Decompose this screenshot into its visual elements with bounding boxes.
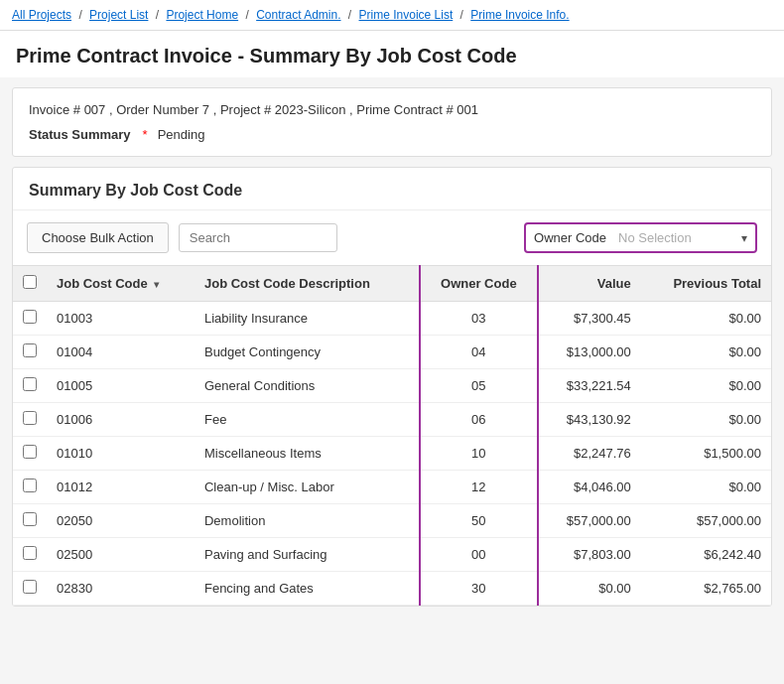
table-wrapper: Job Cost Code ▾ Job Cost Code Descriptio… [13,265,771,606]
table-row: 01005 General Conditions 05 $33,221.54 $… [13,369,771,403]
cell-description: Fencing and Gates [195,572,420,606]
table-row: 02500 Paving and Surfacing 00 $7,803.00 … [13,538,771,572]
cell-value: $4,046.00 [538,471,641,504]
cell-job-cost-code: 01005 [47,369,195,403]
col-header-value: Value [538,266,641,302]
cell-job-cost-code: 01004 [47,336,195,369]
cell-job-cost-code: 02050 [47,504,195,538]
cell-previous-total: $0.00 [641,471,771,504]
row-checkbox-cell[interactable] [13,437,47,471]
cell-owner-code: 05 [420,369,538,403]
cell-owner-code: 12 [420,471,538,504]
table-row: 01006 Fee 06 $43,130.92 $0.00 [13,403,771,437]
cell-description: Paving and Surfacing [195,538,420,572]
owner-code-filter-label: Owner Code [534,230,606,245]
invoice-info: Invoice # 007 , Order Number 7 , Project… [29,102,755,117]
cell-job-cost-code: 01006 [47,403,195,437]
breadcrumb-project-home[interactable]: Project Home [166,8,238,22]
cell-value: $7,300.45 [538,302,641,336]
col-header-job-cost-code: Job Cost Code ▾ [47,266,195,302]
table-row: 01012 Clean-up / Misc. Labor 12 $4,046.0… [13,471,771,504]
cell-description: Fee [195,403,420,437]
row-checkbox[interactable] [23,411,37,425]
row-checkbox-cell[interactable] [13,538,47,572]
cell-previous-total: $57,000.00 [641,504,771,538]
row-checkbox[interactable] [23,377,37,391]
row-checkbox[interactable] [23,479,37,492]
row-checkbox-cell[interactable] [13,572,47,606]
col-header-previous-total: Previous Total [641,266,771,302]
cell-previous-total: $0.00 [641,403,771,437]
col-header-owner-code: Owner Code [420,266,538,302]
col-header-description: Job Cost Code Description [195,266,420,302]
info-panel: Invoice # 007 , Order Number 7 , Project… [12,87,772,157]
job-cost-table: Job Cost Code ▾ Job Cost Code Descriptio… [13,265,771,606]
select-all-checkbox[interactable] [23,275,37,289]
breadcrumb-prime-invoice-info[interactable]: Prime Invoice Info. [470,8,569,22]
owner-code-filter: Owner Code No Selection ▾ [524,222,757,253]
cell-owner-code: 50 [420,504,538,538]
cell-job-cost-code: 01012 [47,471,195,504]
cell-owner-code: 03 [420,302,538,336]
cell-value: $43,130.92 [538,403,641,437]
required-star: * [143,127,148,142]
cell-value: $7,803.00 [538,538,641,572]
breadcrumb-prime-invoice-list[interactable]: Prime Invoice List [359,8,454,22]
row-checkbox-cell[interactable] [13,403,47,437]
cell-value: $0.00 [538,572,641,606]
row-checkbox-cell[interactable] [13,336,47,369]
cell-description: General Conditions [195,369,420,403]
cell-description: Budget Contingency [195,336,420,369]
row-checkbox-cell[interactable] [13,369,47,403]
cell-previous-total: $0.00 [641,369,771,403]
row-checkbox-cell[interactable] [13,471,47,504]
status-label: Status Summary [29,127,131,142]
breadcrumb: All Projects / Project List / Project Ho… [0,0,784,31]
panel-header: Summary By Job Cost Code [13,168,771,210]
cell-job-cost-code: 01010 [47,437,195,471]
cell-value: $33,221.54 [538,369,641,403]
cell-owner-code: 30 [420,572,538,606]
cell-description: Clean-up / Misc. Labor [195,471,420,504]
breadcrumb-all-projects[interactable]: All Projects [12,8,71,22]
breadcrumb-contract-admin[interactable]: Contract Admin. [256,8,340,22]
row-checkbox-cell[interactable] [13,302,47,336]
chevron-down-icon: ▾ [741,231,747,245]
cell-previous-total: $1,500.00 [641,437,771,471]
breadcrumb-project-list[interactable]: Project List [89,8,148,22]
main-panel: Summary By Job Cost Code Choose Bulk Act… [12,167,772,607]
cell-owner-code: 10 [420,437,538,471]
cell-previous-total: $2,765.00 [641,572,771,606]
row-checkbox[interactable] [23,546,37,560]
toolbar: Choose Bulk Action Owner Code No Selecti… [13,210,771,265]
table-row: 02050 Demolition 50 $57,000.00 $57,000.0… [13,504,771,538]
cell-value: $2,247.76 [538,437,641,471]
row-checkbox[interactable] [23,512,37,526]
bulk-action-button[interactable]: Choose Bulk Action [27,222,169,253]
table-row: 02830 Fencing and Gates 30 $0.00 $2,765.… [13,572,771,606]
table-row: 01003 Liability Insurance 03 $7,300.45 $… [13,302,771,336]
status-row: Status Summary * Pending [29,127,755,142]
cell-value: $13,000.00 [538,336,641,369]
cell-owner-code: 00 [420,538,538,572]
row-checkbox-cell[interactable] [13,504,47,538]
sort-icon: ▾ [154,279,159,290]
table-row: 01004 Budget Contingency 04 $13,000.00 $… [13,336,771,369]
row-checkbox[interactable] [23,580,37,594]
owner-code-select[interactable]: No Selection [614,228,733,247]
cell-description: Liability Insurance [195,302,420,336]
cell-job-cost-code: 02500 [47,538,195,572]
row-checkbox[interactable] [23,445,37,459]
status-value: Pending [158,127,205,142]
cell-previous-total: $0.00 [641,336,771,369]
cell-description: Miscellaneous Items [195,437,420,471]
cell-owner-code: 06 [420,403,538,437]
select-all-header[interactable] [13,266,47,302]
row-checkbox[interactable] [23,343,37,357]
cell-previous-total: $0.00 [641,302,771,336]
search-input[interactable] [179,223,337,252]
row-checkbox[interactable] [23,310,37,324]
cell-job-cost-code: 01003 [47,302,195,336]
cell-owner-code: 04 [420,336,538,369]
cell-description: Demolition [195,504,420,538]
